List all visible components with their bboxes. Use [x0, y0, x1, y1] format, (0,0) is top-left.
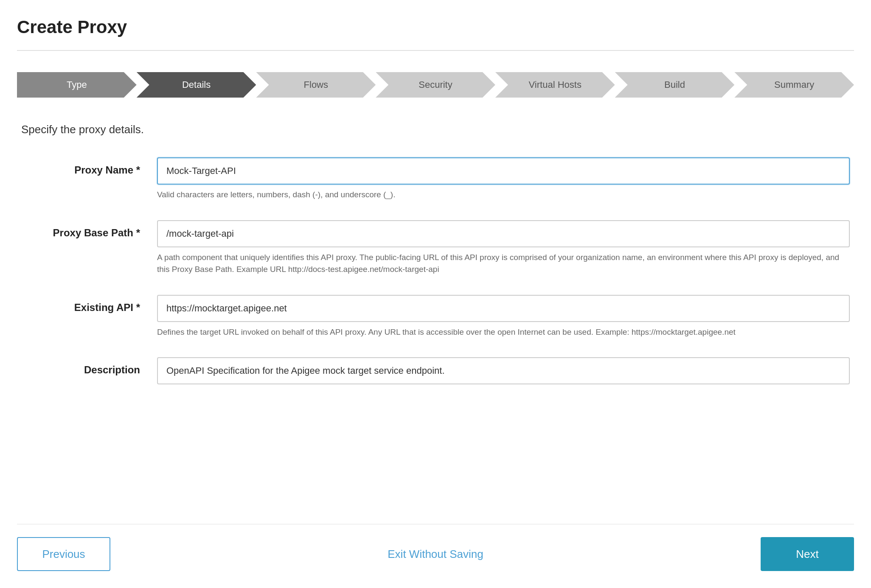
proxy-base-path-control: A path component that uniquely identifie…	[157, 220, 850, 276]
title-divider	[17, 50, 854, 51]
description-row: Description	[21, 357, 850, 384]
description-input[interactable]	[157, 357, 850, 384]
step-flows[interactable]: Flows	[256, 72, 376, 98]
proxy-base-path-row: Proxy Base Path * A path component that …	[21, 220, 850, 276]
proxy-name-hint: Valid characters are letters, numbers, d…	[157, 189, 850, 201]
proxy-name-label: Proxy Name *	[21, 157, 157, 176]
step-type[interactable]: Type	[17, 72, 137, 98]
existing-api-row: Existing API * Defines the target URL in…	[21, 295, 850, 339]
proxy-name-control: Valid characters are letters, numbers, d…	[157, 157, 850, 201]
existing-api-label: Existing API *	[21, 295, 157, 314]
bottom-navigation: Previous Exit Without Saving Next	[17, 524, 854, 588]
page-title: Create Proxy	[17, 17, 854, 37]
exit-without-saving-button[interactable]: Exit Without Saving	[388, 548, 483, 561]
proxy-name-input[interactable]	[157, 157, 850, 185]
step-summary[interactable]: Summary	[734, 72, 854, 98]
proxy-base-path-hint: A path component that uniquely identifie…	[157, 252, 850, 276]
proxy-base-path-label: Proxy Base Path *	[21, 220, 157, 239]
stepper: Type Details Flows Security Virtual Host…	[17, 72, 854, 98]
proxy-name-row: Proxy Name * Valid characters are letter…	[21, 157, 850, 201]
step-virtual-hosts[interactable]: Virtual Hosts	[495, 72, 615, 98]
existing-api-hint: Defines the target URL invoked on behalf…	[157, 326, 850, 339]
section-description: Specify the proxy details.	[21, 123, 850, 136]
step-security[interactable]: Security	[376, 72, 495, 98]
step-details[interactable]: Details	[137, 72, 256, 98]
form-section: Specify the proxy details. Proxy Name * …	[17, 123, 854, 524]
previous-button[interactable]: Previous	[17, 537, 110, 571]
existing-api-control: Defines the target URL invoked on behalf…	[157, 295, 850, 339]
step-build[interactable]: Build	[615, 72, 735, 98]
description-control	[157, 357, 850, 384]
existing-api-input[interactable]	[157, 295, 850, 322]
description-label: Description	[21, 357, 157, 376]
proxy-base-path-input[interactable]	[157, 220, 850, 247]
next-button[interactable]: Next	[761, 537, 854, 571]
